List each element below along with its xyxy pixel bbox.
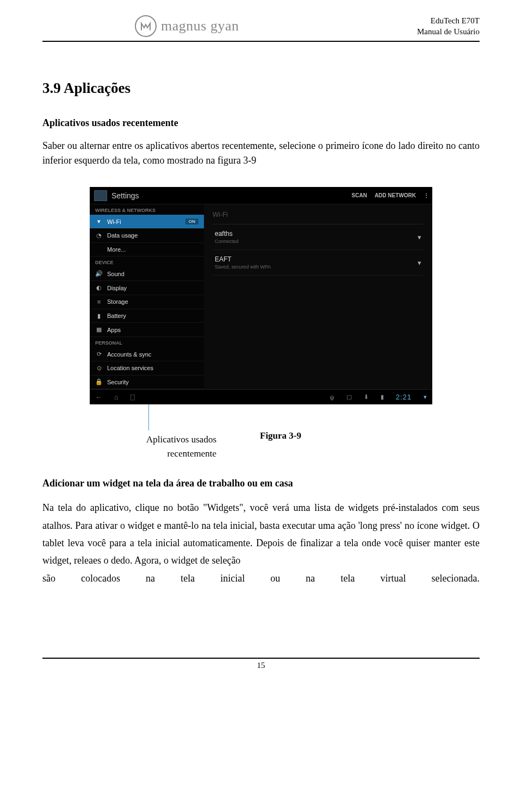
settings-title: Settings (111, 191, 139, 200)
accounts-label: Accounts & sync (107, 351, 151, 358)
product-name: EduTech E70T (417, 15, 480, 26)
sidebar-item-more[interactable]: More... (90, 243, 204, 257)
wifi-toggle[interactable]: ON (185, 218, 198, 224)
add-network-button[interactable]: ADD NETWORK (375, 192, 416, 198)
wifi-status-icon: ▾ (424, 393, 427, 401)
settings-topbar: Settings SCAN ADD NETWORK ⋮ (90, 187, 432, 204)
widget-para-last-line: são colocados na tela inicial ou na tela… (42, 570, 480, 587)
storage-label: Storage (107, 298, 128, 305)
recents-icon[interactable]: ⎕ (130, 393, 135, 401)
more-label: More... (107, 246, 126, 253)
network-row-2[interactable]: EAFT Saved, secured with WPA ▾ (213, 250, 424, 276)
w8: virtual (380, 570, 406, 587)
sidebar-item-sound[interactable]: 🔊 Sound (90, 267, 204, 281)
logo-mark-icon (135, 15, 157, 37)
w9: selecionada. (432, 570, 480, 587)
category-device: DEVICE (90, 257, 204, 267)
display-icon: ◐ (95, 284, 103, 291)
w7: tela (340, 570, 355, 587)
category-wireless: WIRELESS & NETWORKS (90, 204, 204, 215)
storage-icon: ≡ (95, 298, 103, 305)
settings-app-icon (94, 190, 107, 201)
network-row-1[interactable]: eafths Connected ▾ (213, 224, 424, 250)
android-navbar: ← ⌂ ⎕ ψ ▢ ⬇ ▮ 2:21 ▾ (90, 389, 432, 404)
lock-icon: 🔒 (95, 378, 103, 385)
category-personal: PERSONAL (90, 337, 204, 347)
usb-icon: ψ (330, 394, 334, 401)
doc-title: Manual de Usuário (417, 26, 480, 37)
overflow-menu-icon[interactable]: ⋮ (424, 192, 428, 198)
footer-rule (42, 658, 480, 659)
network-name: eafths (215, 230, 239, 238)
subheading-recent-apps: Aplicativos usados recentemente (42, 117, 480, 129)
brand-name: magnus gyan (161, 18, 239, 34)
section-title: 3.9 Aplicações (42, 80, 480, 97)
figure-caption: Figura 3-9 (260, 430, 301, 441)
w1: colocados (81, 570, 120, 587)
location-label: Location services (107, 365, 153, 371)
security-label: Security (107, 379, 129, 385)
network-name: EAFT (215, 255, 271, 263)
battery-icon: ▮ (95, 313, 103, 320)
wifi-signal-icon: ▾ (418, 233, 421, 241)
apps-label: Apps (107, 327, 121, 333)
data-usage-icon: ◔ (95, 232, 103, 239)
settings-sidebar: WIRELESS & NETWORKS ▾ Wi-Fi ON ◔ Data us… (90, 204, 204, 389)
network-status: Saved, secured with WPA (215, 264, 271, 270)
doc-header-right: EduTech E70T Manual de Usuário (417, 15, 480, 38)
figure-callout-label: Aplicativos usados recentemente (124, 433, 216, 460)
w5: ou (270, 570, 280, 587)
subheading-add-widget: Adicionar um widget na tela da área de t… (42, 478, 480, 489)
w6: na (306, 570, 315, 587)
home-icon[interactable]: ⌂ (114, 393, 119, 401)
w2: na (146, 570, 155, 587)
sync-icon: ⟳ (95, 351, 103, 358)
network-status: Connected (215, 239, 239, 244)
location-icon: ⊙ (95, 365, 103, 372)
sidebar-item-storage[interactable]: ≡ Storage (90, 295, 204, 309)
logo-m-icon (140, 20, 152, 32)
brand-logo: magnus gyan (135, 15, 239, 37)
display-label: Display (107, 285, 127, 291)
back-icon[interactable]: ← (95, 393, 102, 401)
sidebar-item-battery[interactable]: ▮ Battery (90, 309, 204, 323)
sound-icon: 🔊 (95, 270, 103, 277)
navbar-clock: 2:21 (396, 393, 412, 401)
w3: tela (181, 570, 195, 587)
widget-para-text: Na tela do aplicativo, clique no botão "… (42, 502, 480, 566)
sidebar-item-location[interactable]: ⊙ Location services (90, 361, 204, 376)
intro-paragraph: Saber ou alternar entre os aplicativos a… (42, 139, 480, 169)
page-number: 15 (42, 661, 480, 670)
wifi-icon: ▾ (95, 218, 103, 225)
scan-button[interactable]: SCAN (352, 192, 367, 198)
download-icon: ⬇ (364, 393, 369, 401)
sidebar-item-wifi[interactable]: ▾ Wi-Fi ON (90, 215, 204, 229)
sound-label: Sound (107, 271, 125, 277)
sidebar-item-apps[interactable]: ▦ Apps (90, 323, 204, 337)
settings-main-pane: Wi-Fi eafths Connected ▾ EAFT Saved, sec… (204, 204, 432, 389)
data-usage-label: Data usage (107, 232, 138, 239)
w0: são (42, 570, 55, 587)
w4: inicial (220, 570, 245, 587)
android-settings-screenshot: Settings SCAN ADD NETWORK ⋮ WIRELESS & N… (90, 187, 432, 404)
sidebar-item-display[interactable]: ◐ Display (90, 281, 204, 295)
battery-status-icon: ▮ (381, 393, 384, 401)
apps-icon: ▦ (95, 326, 103, 333)
widget-paragraph: Na tela do aplicativo, clique no botão "… (42, 499, 480, 587)
page-header: magnus gyan EduTech E70T Manual de Usuár… (42, 15, 480, 38)
sidebar-item-accounts[interactable]: ⟳ Accounts & sync (90, 347, 204, 361)
main-pane-header: Wi-Fi (213, 209, 424, 224)
callout-leader-line (148, 404, 149, 430)
wifi-signal-icon: ▾ (418, 259, 421, 267)
wifi-label: Wi-Fi (107, 218, 121, 225)
sdcard-icon: ▢ (346, 393, 352, 401)
header-rule (42, 41, 480, 42)
sidebar-item-security[interactable]: 🔒 Security (90, 376, 204, 390)
battery-label: Battery (107, 313, 126, 319)
sidebar-item-data-usage[interactable]: ◔ Data usage (90, 229, 204, 243)
